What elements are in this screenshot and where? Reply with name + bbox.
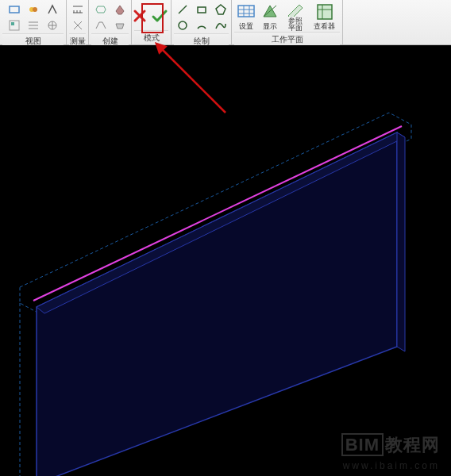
create-tool-1[interactable]	[92, 2, 110, 17]
panel-measure: 测量	[67, 0, 89, 44]
svg-point-7	[179, 21, 187, 29]
measure-tool-1[interactable]	[69, 2, 87, 17]
view-tool-5[interactable]	[25, 17, 42, 33]
panel-view: 视图	[0, 0, 67, 44]
draw-line[interactable]	[174, 2, 191, 17]
create-tool-2[interactable]	[111, 2, 129, 17]
view-tool-2[interactable]	[25, 2, 42, 17]
svg-point-2	[33, 7, 37, 12]
refplane-label: 参照 平面	[288, 17, 303, 32]
view-tool-4[interactable]	[6, 17, 23, 33]
viewport-3d[interactable]: BIM教程网 www.ibaim.com	[0, 45, 451, 476]
svg-rect-10	[238, 6, 254, 17]
panel-mode-label: 模式	[134, 30, 168, 44]
draw-spline[interactable]	[212, 17, 229, 33]
cancel-button[interactable]	[132, 4, 148, 28]
confirm-button[interactable]	[148, 4, 172, 28]
view-tool-6[interactable]	[44, 17, 61, 33]
display-button[interactable]: 显示	[258, 2, 282, 32]
svg-rect-4	[11, 22, 14, 25]
settings-label: 设置	[239, 21, 253, 32]
model-geometry	[0, 45, 451, 476]
panel-workplane-label: 工作平面	[234, 32, 340, 46]
panel-create: 创建	[89, 0, 132, 44]
draw-polygon[interactable]	[212, 2, 229, 17]
create-tool-3[interactable]	[92, 17, 110, 33]
svg-rect-0	[10, 6, 19, 13]
svg-rect-11	[318, 5, 332, 19]
panel-mode: 模式	[132, 0, 172, 44]
draw-arc[interactable]	[193, 17, 210, 33]
settings-button[interactable]: 设置	[234, 2, 258, 32]
ribbon-toolbar: 视图 测量 创建	[0, 0, 451, 45]
svg-rect-6	[198, 7, 206, 13]
create-tool-4[interactable]	[111, 17, 129, 33]
panel-draw: 绘制	[172, 0, 232, 44]
watermark-logo: BIM教程网	[341, 433, 440, 457]
measure-tool-2[interactable]	[69, 17, 87, 33]
view-tool-3[interactable]	[44, 2, 61, 17]
watermark-url: www.ibaim.com	[343, 460, 440, 471]
viewer-button[interactable]: 查看器	[309, 2, 341, 32]
draw-circle[interactable]	[174, 17, 191, 33]
refplane-button[interactable]: 参照 平面	[282, 2, 309, 32]
display-label: 显示	[263, 21, 277, 32]
viewer-label: 查看器	[314, 21, 335, 32]
view-tool-1[interactable]	[6, 2, 23, 17]
draw-rect[interactable]	[193, 2, 210, 17]
panel-workplane: 设置 显示 参照 平面 查看器 工作平面	[232, 0, 343, 44]
